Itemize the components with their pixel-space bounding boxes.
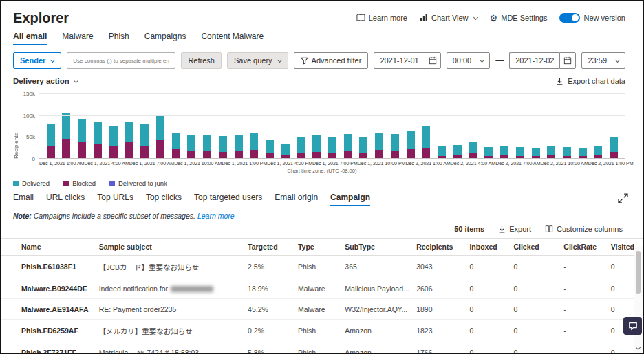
bar-31[interactable] (532, 148, 540, 159)
customize-columns-button[interactable]: Customize columns (545, 225, 623, 233)
x-tick-label: Dec 2, 2021 7:00 AM (495, 161, 540, 166)
bar-2[interactable] (78, 119, 86, 159)
bar-35[interactable] (594, 146, 602, 159)
export-button[interactable]: Export (498, 225, 531, 233)
col-inboxed[interactable]: Inboxed (464, 239, 508, 256)
tab-content-malware[interactable]: Content Malware (201, 32, 264, 45)
cell-type: Phish (292, 320, 339, 342)
view-tab-url-clicks[interactable]: URL clicks (46, 192, 85, 206)
save-query-dropdown[interactable]: Save query (227, 52, 288, 69)
bar-32[interactable] (547, 146, 555, 159)
col-clickrate[interactable]: ClickRate (558, 239, 605, 256)
bar-6[interactable] (140, 124, 149, 159)
legend-label: Delivered to junk (118, 179, 167, 187)
col-recipients[interactable]: Recipients (411, 239, 464, 256)
bar-33[interactable] (563, 147, 571, 159)
bar-27[interactable] (469, 142, 477, 159)
filter-input[interactable] (67, 52, 175, 69)
delivery-action-dropdown[interactable]: Delivery action (13, 77, 78, 85)
bar-3[interactable] (94, 122, 102, 159)
view-tab-campaign[interactable]: Campaign (330, 192, 370, 206)
delivered-segment (140, 124, 149, 146)
scrollbar-thumb[interactable] (636, 251, 641, 294)
end-date-input[interactable]: 2021-12-02 (509, 52, 559, 69)
view-tab-email[interactable]: Email (13, 192, 34, 206)
chevron-down-icon (50, 57, 55, 62)
bar-16[interactable] (297, 137, 305, 159)
cell-inboxed: 0 (464, 278, 508, 299)
col-targeted[interactable]: Targeted (242, 239, 292, 256)
blocked-segment (172, 149, 180, 159)
bar-22[interactable] (391, 134, 399, 159)
col-clicked[interactable]: Clicked (508, 239, 558, 256)
bar-1[interactable] (62, 113, 70, 159)
campaigns-table: NameSample subjectTargetedTypeSubTypeRec… (1, 238, 643, 354)
bar-9[interactable] (187, 135, 195, 159)
expand-button[interactable] (618, 193, 628, 203)
bar-25[interactable] (438, 146, 446, 159)
delivered-segment (547, 146, 555, 155)
bar-26[interactable] (453, 145, 462, 159)
bar-18[interactable] (328, 137, 336, 159)
cell-clicked: 0 (508, 320, 558, 342)
bar-0[interactable] (47, 124, 55, 159)
end-time-value: 23:59 (588, 56, 607, 65)
table-row-2[interactable]: Malware.AE914AFARE: Payment order223545.… (1, 299, 643, 320)
calendar-icon[interactable] (425, 52, 441, 69)
learn-more-button[interactable]: Learn more (356, 14, 407, 22)
bar-36[interactable] (610, 137, 618, 159)
bar-19[interactable] (344, 134, 352, 159)
export-chart-data-button[interactable]: Export chart data (556, 77, 625, 85)
bar-11[interactable] (219, 136, 227, 159)
view-tab-email-origin[interactable]: Email origin (275, 192, 318, 206)
bar-34[interactable] (579, 148, 587, 159)
bar-29[interactable] (500, 146, 508, 159)
col-sample-subject[interactable]: Sample subject (94, 239, 242, 256)
tab-all-email[interactable]: All email (13, 32, 47, 45)
bar-30[interactable] (516, 147, 524, 159)
top-bar: Explorer Learn more Chart View ⚙ MDE Set… (1, 1, 643, 26)
calendar-icon[interactable] (559, 52, 576, 69)
col-type[interactable]: Type (292, 239, 339, 256)
cell-clicked: 0 (508, 299, 558, 320)
note-learn-more-link[interactable]: Learn more (197, 212, 235, 220)
mde-settings-button[interactable]: ⚙ MDE Settings (490, 14, 548, 23)
delivered-segment (579, 148, 587, 156)
delivered-segment (516, 147, 524, 156)
bar-4[interactable] (109, 126, 118, 159)
tab-campaigns[interactable]: Campaigns (144, 32, 186, 45)
col-name[interactable]: Name (1, 239, 94, 256)
bar-15[interactable] (281, 144, 290, 159)
bar-14[interactable] (266, 140, 274, 159)
advanced-filter-button[interactable]: Advanced filter (294, 52, 369, 69)
view-tab-top-urls[interactable]: Top URLs (97, 192, 133, 206)
bar-12[interactable] (235, 135, 243, 159)
start-date-input[interactable]: 2021-12-01 (374, 52, 424, 69)
table-row-4[interactable]: Phish.3F7371FFMatricula -- №.7424 # 15:5… (1, 342, 643, 354)
bar-24[interactable] (422, 126, 430, 159)
view-tab-top-targeted-users[interactable]: Top targeted users (194, 192, 262, 206)
new-version-toggle[interactable] (559, 13, 580, 23)
chart-view-dropdown[interactable]: Chart View (420, 14, 477, 22)
x-tick-label: Dec 1, 2021 4:00 AM (84, 161, 129, 166)
table-row-3[interactable]: Phish.FD6259AF【メルカリ】重要なお知らせ0.2%PhishAmaz… (1, 320, 643, 342)
start-time-select[interactable]: 00:00 (447, 52, 491, 69)
refresh-button[interactable]: Refresh (181, 52, 222, 69)
delivered-segment (484, 147, 493, 156)
view-tab-top-clicks[interactable]: Top clicks (146, 192, 182, 206)
table-row-1[interactable]: Malware.B09244DEIndeed notification for1… (1, 278, 643, 299)
bar-28[interactable] (484, 147, 493, 159)
table-row-0[interactable]: Phish.E61038F1【JCBカード】重要なお知らせ2.5%Phish36… (1, 256, 643, 278)
bar-23[interactable] (407, 131, 415, 159)
bar-10[interactable] (203, 135, 211, 159)
tab-malware[interactable]: Malware (62, 32, 93, 45)
bar-20[interactable] (359, 137, 367, 159)
feedback-button[interactable] (623, 317, 642, 335)
bar-5[interactable] (125, 122, 133, 159)
sender-dropdown[interactable]: Sender (13, 52, 61, 69)
tab-phish[interactable]: Phish (109, 32, 129, 45)
bar-17[interactable] (312, 135, 321, 159)
col-subtype[interactable]: SubType (339, 239, 411, 256)
scroll-down-button[interactable] (634, 343, 643, 353)
end-time-select[interactable]: 23:59 (581, 52, 625, 69)
